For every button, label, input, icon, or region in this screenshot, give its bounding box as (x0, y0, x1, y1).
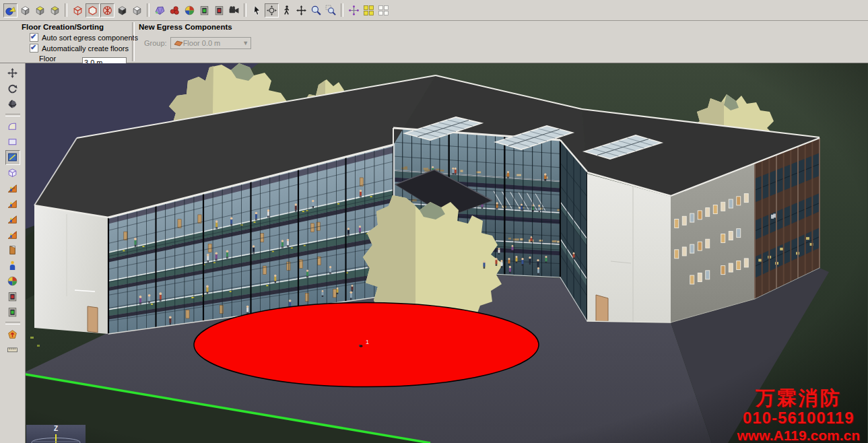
elevator-tool-button[interactable] (5, 228, 20, 242)
solid-view-button[interactable] (130, 3, 144, 18)
polygon-tool-button[interactable] (5, 150, 20, 165)
view-cube-yellow-top-button[interactable] (33, 3, 47, 18)
walk-tool-button[interactable] (279, 3, 294, 18)
group-dropdown[interactable]: Floor 0.0 m (170, 37, 251, 49)
walk-tool-icon (281, 5, 292, 16)
show-obstructions-icon (169, 5, 180, 16)
toolbar-separator (5, 114, 20, 116)
transparent-view-button[interactable] (100, 3, 114, 18)
grid-snap-off-icon (378, 5, 389, 16)
exit-door-tool-button[interactable] (5, 289, 20, 304)
new-egress-title: New Egress Components (139, 23, 251, 31)
wireframe-view-button[interactable] (71, 3, 85, 18)
solid-view-icon (131, 5, 143, 16)
watermark: 万霖消防 010-56100119 www.A119.com.cn (737, 388, 860, 442)
grid-snap-on-icon (363, 5, 374, 16)
orbit-tool-button[interactable] (265, 3, 279, 18)
toolbar-separator (244, 3, 246, 17)
zoom-box-tool-icon (325, 5, 337, 16)
view-cube-shaded-button[interactable] (48, 3, 62, 18)
box-tool-icon (7, 167, 18, 178)
rectangle-tool-button[interactable] (5, 135, 20, 149)
extract-floor-tool-button[interactable] (5, 327, 20, 342)
camera-tour-icon (228, 5, 240, 16)
viewport-3d[interactable]: 1 Z 万霖消防 010-56100119 www.A119.com.cn (26, 63, 868, 443)
perspective-view-icon (5, 5, 16, 16)
rotate-view-tool-icon (7, 83, 18, 94)
show-exit-doors-icon (199, 5, 210, 16)
tool-sidebar (0, 63, 26, 443)
view-cube-yellow-top-icon (34, 5, 46, 16)
exit-door-tool-icon (7, 291, 18, 302)
wedge-tool-icon (7, 121, 18, 132)
main-toolbar (0, 0, 868, 21)
options-panel-bar: Floor Creation/Sorting Auto sort egress … (0, 21, 868, 63)
outline-view-button[interactable] (86, 3, 100, 18)
zoom-box-tool-button[interactable] (324, 3, 338, 18)
stairs-tool-button[interactable] (5, 181, 20, 196)
add-occupant-tool-button[interactable] (5, 259, 20, 273)
auto-sort-checkbox[interactable] (30, 33, 38, 42)
reference-axes-icon (348, 5, 360, 16)
doorway-tool-icon (7, 244, 18, 256)
pan-tool-button[interactable] (294, 3, 308, 18)
occupant-group-tool-button[interactable] (5, 274, 20, 289)
box-tool-button[interactable] (5, 166, 20, 180)
toolbar-separator (65, 3, 67, 17)
grid-snap-on-button[interactable] (362, 3, 376, 18)
select-tool-icon (251, 5, 263, 16)
measure-tool-button[interactable] (5, 343, 20, 357)
stairs-tool-icon (7, 182, 18, 194)
view-cube-shaded-icon (49, 5, 61, 16)
toolbar-separator (147, 3, 149, 17)
zoom-tool-button[interactable] (309, 3, 323, 18)
floor-icon (174, 40, 183, 46)
view-cube-white-top-button[interactable] (18, 3, 32, 18)
new-egress-panel: New Egress Components Group: Floor 0.0 m (135, 21, 257, 63)
auto-create-floors-label: Automatically create floors (42, 44, 129, 53)
watermark-brand: 万霖消防 (737, 388, 860, 408)
chevron-down-icon (241, 40, 251, 46)
watermark-url: www.A119.com.cn (737, 428, 860, 442)
move-view-tool-button[interactable] (5, 66, 20, 81)
grid-snap-off-button[interactable] (376, 3, 391, 18)
view-cube-white-top-icon (20, 5, 31, 16)
orbit-view-tool-icon (7, 98, 18, 110)
ramp-tool-icon (7, 198, 18, 209)
show-obstructions-button[interactable] (168, 3, 182, 18)
rectangle-tool-icon (7, 136, 18, 147)
show-interior-doors-button[interactable] (212, 3, 226, 18)
reference-axes-button[interactable] (347, 3, 361, 18)
escalator-tool-icon (7, 213, 18, 225)
interior-door-tool-button[interactable] (5, 305, 20, 320)
transparent-view-icon (102, 5, 113, 16)
move-view-tool-icon (7, 67, 18, 79)
doorway-tool-button[interactable] (5, 243, 20, 258)
solid-dark-view-icon (116, 5, 128, 16)
group-label: Group: (144, 39, 167, 47)
auto-create-floors-checkbox[interactable] (30, 44, 38, 53)
measure-tool-icon (7, 344, 18, 355)
wedge-tool-button[interactable] (5, 119, 20, 134)
solid-dark-view-button[interactable] (115, 3, 129, 18)
marker-label: 1 (366, 339, 369, 345)
pan-tool-icon (296, 5, 307, 16)
escalator-tool-button[interactable] (5, 212, 20, 227)
toolbar-separator (5, 322, 20, 325)
perspective-view-button[interactable] (3, 3, 18, 18)
viewport-3d-scene: 1 (26, 63, 867, 443)
ramp-tool-button[interactable] (5, 197, 20, 211)
select-tool-button[interactable] (250, 3, 264, 18)
show-navigation-geometry-button[interactable] (153, 3, 167, 18)
floor-creation-panel: Floor Creation/Sorting Auto sort egress … (18, 21, 132, 63)
rotate-view-tool-button[interactable] (5, 81, 20, 96)
add-occupant-tool-icon (7, 260, 18, 271)
outline-view-icon (87, 5, 98, 16)
polygon-tool-icon (7, 151, 18, 163)
axis-gizmo[interactable]: Z (26, 425, 86, 443)
floor-creation-title: Floor Creation/Sorting (22, 23, 127, 31)
camera-tour-button[interactable] (227, 3, 241, 18)
show-occupants-button[interactable] (182, 3, 197, 18)
orbit-view-tool-button[interactable] (5, 97, 20, 112)
show-exit-doors-button[interactable] (197, 3, 211, 18)
